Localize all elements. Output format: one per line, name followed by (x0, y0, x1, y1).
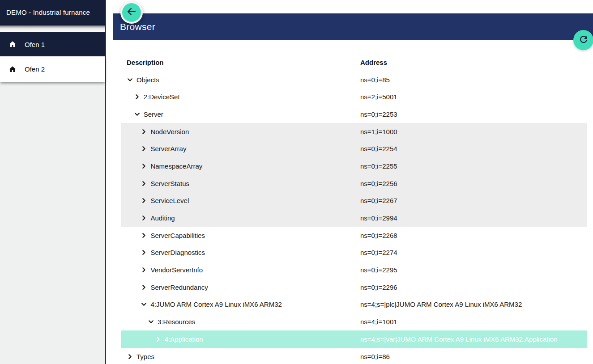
description-cell: 4:Application (121, 335, 360, 343)
table-body: Objects ns=0;i=85 2:DeviceSet ns=2;i=500… (121, 71, 587, 364)
node-label: NodeVersion (150, 128, 189, 135)
chevron-right-icon[interactable] (141, 163, 147, 169)
home-icon (9, 40, 17, 48)
description-cell: Auditing (121, 214, 360, 222)
node-label: 3:Resources (158, 318, 195, 326)
page-title: Browser (120, 21, 155, 32)
node-address: ns=1;i=1000 (360, 128, 587, 135)
chevron-down-icon[interactable] (141, 301, 147, 308)
description-cell: Objects (121, 76, 360, 84)
chevron-right-icon[interactable] (127, 353, 133, 360)
table-row[interactable]: Auditing ns=0;i=2994 (121, 209, 587, 227)
chevron-right-icon[interactable] (141, 232, 147, 239)
node-label: NamespaceArray (150, 162, 202, 170)
table-row[interactable]: ServerCapabilities ns=0;i=2268 (121, 227, 587, 244)
table-row[interactable]: VendorServerInfo ns=0;i=2295 (121, 261, 587, 279)
node-label: 4:JUMO ARM Cortex A9 Linux iMX6 ARM32 (150, 301, 282, 308)
chevron-down-icon[interactable] (134, 111, 141, 118)
node-address: ns=0;i=2295 (360, 266, 587, 274)
node-label: ServerCapabilities (150, 232, 205, 239)
table-row[interactable]: ServerRedundancy ns=0;i=2296 (121, 279, 587, 296)
table-row[interactable]: NodeVersion ns=1;i=1000 (121, 123, 587, 140)
chevron-right-icon[interactable] (141, 284, 147, 291)
node-address: ns=0;i=2274 (360, 249, 587, 256)
node-label: Types (137, 353, 154, 360)
home-icon (9, 65, 17, 73)
table-row[interactable]: 4:JUMO ARM Cortex A9 Linux iMX6 ARM32 ns… (121, 296, 587, 313)
node-address: ns=0;i=86 (360, 353, 587, 360)
chevron-right-icon[interactable] (141, 145, 147, 152)
node-address: ns=0;i=2296 (360, 284, 587, 291)
description-cell: NodeVersion (121, 128, 360, 135)
column-header-address: Address (360, 59, 587, 66)
description-cell: Server (121, 110, 360, 118)
table-row[interactable]: ServerArray ns=0;i=2254 (121, 140, 587, 157)
node-label: ServerDiagnostics (150, 249, 205, 256)
table-row[interactable]: NamespaceArray ns=0;i=2255 (121, 157, 587, 175)
table-header-row: Description Address (121, 54, 587, 71)
app-title-label: DEMO - Industrial furnance (6, 8, 90, 16)
back-button[interactable] (120, 1, 143, 24)
node-address: ns=0;i=2994 (360, 214, 587, 222)
node-address: ns=0;i=2255 (360, 162, 587, 170)
node-address: ns=0;i=2254 (360, 145, 587, 152)
table-row[interactable]: ServerDiagnostics ns=0;i=2274 (121, 244, 587, 262)
node-label: Server (144, 110, 163, 118)
sidebar-item-ofen-1[interactable]: Ofen 1 (0, 32, 105, 56)
table-row[interactable]: 3:Resources ns=4;i=1001 (121, 313, 587, 330)
node-label: Auditing (150, 214, 175, 222)
node-label: ServerRedundancy (150, 284, 208, 291)
description-cell: ServiceLevel (121, 197, 360, 204)
refresh-button[interactable] (573, 30, 593, 50)
node-address: ns=2;i=5001 (360, 93, 587, 101)
chevron-right-icon[interactable] (141, 128, 147, 135)
chevron-right-icon[interactable] (141, 267, 147, 273)
sidebar-item-label: Ofen 2 (25, 65, 45, 73)
node-label: 2:DeviceSet (144, 93, 180, 101)
chevron-right-icon[interactable] (141, 197, 147, 204)
chevron-right-icon[interactable] (155, 336, 162, 343)
description-cell: VendorServerInfo (121, 266, 360, 274)
description-cell: Types (121, 353, 360, 360)
sidebar-divider (0, 25, 105, 32)
node-address: ns=0;i=2256 (360, 180, 587, 187)
node-address: ns=0;i=2268 (360, 232, 587, 239)
table-row[interactable]: 4:Application ns=4;s=|var|JUMO ARM Corte… (121, 330, 587, 348)
sidebar: DEMO - Industrial furnance Ofen 1 Ofen 2 (0, 0, 106, 364)
table-row[interactable]: ServerStatus ns=0;i=2256 (121, 175, 587, 192)
description-cell: ServerStatus (121, 180, 360, 187)
refresh-icon (578, 34, 589, 47)
chevron-right-icon[interactable] (141, 249, 147, 256)
node-address: ns=4;i=1001 (360, 318, 587, 326)
description-cell: 3:Resources (121, 318, 360, 326)
table-row[interactable]: ServiceLevel ns=0;i=2267 (121, 192, 587, 210)
table-row[interactable]: 2:DeviceSet ns=2;i=5001 (121, 88, 587, 106)
chevron-down-icon[interactable] (127, 76, 133, 83)
table-row[interactable]: Objects ns=0;i=85 (121, 71, 587, 89)
chevron-right-icon[interactable] (134, 93, 141, 100)
description-cell: ServerRedundancy (121, 284, 360, 291)
chevron-right-icon[interactable] (141, 180, 147, 187)
node-label: ServiceLevel (150, 197, 189, 204)
table-row[interactable]: Types ns=0;i=86 (121, 348, 587, 364)
node-address: ns=0;i=85 (360, 76, 587, 84)
description-cell: 4:JUMO ARM Cortex A9 Linux iMX6 ARM32 (121, 301, 360, 308)
table-row[interactable]: Server ns=0;i=2253 (121, 106, 587, 123)
column-header-description: Description (121, 59, 360, 66)
description-cell: NamespaceArray (121, 162, 360, 170)
chevron-right-icon[interactable] (141, 215, 147, 221)
browser-header: Browser (113, 13, 593, 40)
arrow-left-icon (126, 6, 137, 19)
node-address: ns=0;i=2267 (360, 197, 587, 204)
chevron-down-icon[interactable] (148, 318, 154, 325)
node-address: ns=4;s=|plc|JUMO ARM Cortex A9 Linux iMX… (360, 301, 587, 308)
node-label: 4:Application (165, 335, 203, 343)
description-cell: ServerArray (121, 145, 360, 152)
node-label: ServerArray (150, 145, 186, 152)
node-label: ServerStatus (150, 180, 189, 187)
sidebar-item-ofen-2[interactable]: Ofen 2 (0, 56, 105, 82)
node-address: ns=4;s=|var|JUMO ARM Cortex A9 Linux iMX… (360, 335, 587, 343)
description-cell: 2:DeviceSet (121, 93, 360, 101)
node-address: ns=0;i=2253 (360, 110, 587, 118)
node-label: Objects (137, 76, 159, 84)
